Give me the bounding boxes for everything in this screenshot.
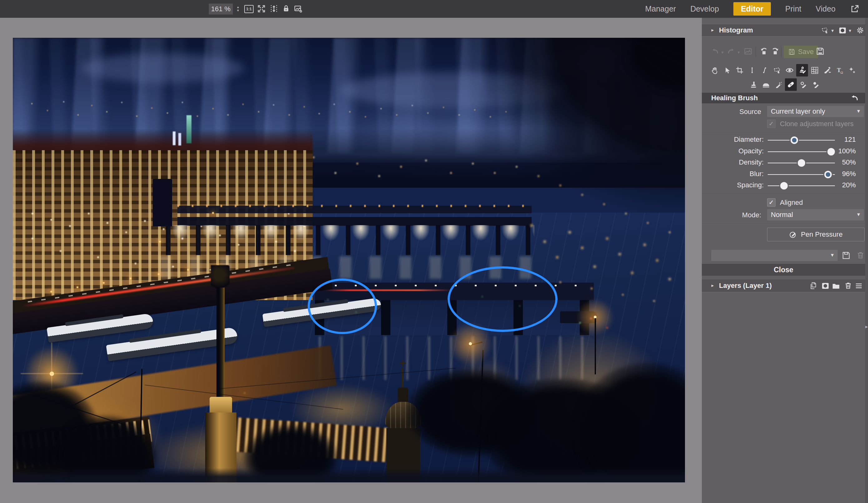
aligned-label: Aligned	[780, 199, 803, 207]
export-icon[interactable]	[850, 4, 859, 14]
move-tool[interactable]	[721, 64, 733, 76]
dust-removal-brush-tool[interactable]	[773, 78, 784, 91]
redo-icon[interactable]	[727, 47, 736, 56]
diameter-slider[interactable]	[768, 135, 835, 146]
density-slider[interactable]	[768, 157, 835, 169]
effect-brush-tool[interactable]	[810, 78, 822, 91]
layer-mask-icon[interactable]	[822, 282, 829, 290]
tab-develop[interactable]: Develop	[690, 4, 719, 13]
divider	[702, 193, 865, 194]
photo-statue-angel	[211, 265, 229, 290]
zoom-spinner[interactable]: ▲▼	[234, 3, 242, 14]
tab-editor[interactable]: Editor	[733, 2, 771, 15]
mask-overlay-icon[interactable]	[839, 27, 846, 34]
zoom-level-input[interactable]: 161 %	[209, 3, 233, 15]
blur-slider[interactable]	[768, 169, 835, 180]
opacity-slider[interactable]	[768, 146, 835, 157]
effects-tool[interactable]	[846, 64, 858, 76]
tools-row-primary: TΩ	[709, 64, 858, 76]
edit-actions-row: ▼ ▼ Save	[702, 43, 865, 61]
text-tool[interactable]: TΩ	[834, 64, 846, 76]
tab-video[interactable]: Video	[816, 4, 836, 13]
straighten-tool[interactable]	[746, 64, 758, 76]
tab-print[interactable]: Print	[785, 4, 801, 13]
pan-tool[interactable]	[709, 64, 721, 76]
mode-select[interactable]: Normal ▼	[767, 209, 864, 220]
checkbox-checked-icon: ✓	[767, 198, 776, 207]
save-as-icon[interactable]	[816, 46, 825, 56]
quick-edits-icon[interactable]	[293, 4, 303, 13]
save-preset-icon[interactable]	[841, 251, 851, 260]
photo-bridge-tower	[153, 179, 172, 226]
retouch-tool[interactable]	[796, 64, 808, 76]
tab-manager[interactable]: Manager	[645, 4, 676, 13]
new-group-icon[interactable]	[832, 282, 840, 290]
clone-adjustment-checkbox[interactable]: ✓ Clone adjustment layers	[767, 119, 854, 128]
mode-label: Mode:	[702, 211, 761, 219]
annotation-ellipse-right	[447, 266, 558, 332]
photo-charles-bridge-deck	[177, 217, 531, 226]
rotate-right-icon[interactable]	[771, 46, 780, 56]
diameter-slider-thumb[interactable]	[790, 136, 798, 144]
mask-overlay-dropdown-icon[interactable]: ▼	[848, 29, 852, 33]
spacing-slider[interactable]	[768, 180, 835, 191]
healing-brush-tool[interactable]	[785, 78, 797, 91]
photo-right-bank-lights	[13, 38, 13, 39]
close-button[interactable]: Close	[702, 264, 865, 276]
density-slider-thumb[interactable]	[798, 159, 805, 167]
photo-cloud	[82, 53, 244, 83]
panel-collapse-handle[interactable]: ►	[865, 324, 868, 329]
redo-dropdown-icon[interactable]: ▼	[737, 50, 741, 55]
selection-tool[interactable]	[771, 64, 783, 76]
reset-icon[interactable]	[850, 94, 859, 102]
photo-white-tower	[173, 132, 176, 145]
collapse-arrow-icon[interactable]: ►	[711, 28, 715, 32]
clone-adjustment-label: Clone adjustment layers	[780, 120, 854, 128]
fit-width-icon[interactable]	[269, 4, 279, 13]
spacing-slider-thumb[interactable]	[780, 182, 788, 189]
photo-canvas[interactable]	[13, 38, 685, 482]
compare-image-icon[interactable]	[744, 47, 752, 56]
aligned-checkbox[interactable]: ✓ Aligned	[767, 198, 803, 207]
photo-tower-spire	[402, 368, 404, 389]
settings-gear-icon[interactable]	[856, 26, 864, 34]
layers-section-header[interactable]: ► Layers (Layer 1)	[702, 280, 865, 292]
histogram-section-header[interactable]: ► Histogram ▼ ▼	[702, 24, 865, 36]
delete-layer-icon[interactable]	[844, 281, 852, 290]
rotate-left-icon[interactable]	[759, 46, 769, 56]
perspective-tool[interactable]	[759, 64, 771, 76]
crop-tool[interactable]	[734, 64, 746, 76]
density-label: Density:	[702, 158, 764, 166]
paint-tool[interactable]	[821, 64, 833, 76]
preset-select[interactable]: ▼	[711, 250, 838, 261]
chevron-down-icon: ▼	[856, 212, 861, 217]
undo-dropdown-icon[interactable]: ▼	[721, 50, 724, 55]
fit-to-screen-icon[interactable]	[257, 4, 266, 13]
panel-edge-strip: ►	[865, 18, 868, 503]
tools-row-secondary	[747, 78, 822, 91]
undo-icon[interactable]	[711, 47, 719, 56]
spacing-slider-row: Spacing: 20%	[702, 180, 868, 191]
photo-far-bridge	[177, 206, 531, 213]
source-select[interactable]: Current layer only ▼	[767, 106, 864, 117]
deform-tool[interactable]	[809, 64, 820, 76]
save-button[interactable]: Save	[784, 45, 818, 58]
opacity-label: Opacity:	[702, 147, 764, 155]
photo-charles-bridge-piers	[166, 225, 535, 255]
smoothing-tool[interactable]	[760, 78, 772, 91]
clone-stamp-tool[interactable]	[747, 78, 759, 91]
collapse-arrow-icon[interactable]: ►	[711, 283, 715, 288]
blur-brush-tool[interactable]	[797, 78, 809, 91]
healing-brush-header: Healing Brush	[702, 93, 865, 103]
pen-pressure-button[interactable]: Pen Pressure	[767, 228, 865, 241]
lock-icon[interactable]	[282, 4, 291, 13]
duplicate-layer-icon[interactable]	[809, 282, 817, 290]
delete-preset-icon[interactable]	[856, 251, 865, 260]
actual-size-icon[interactable]: 1:1	[244, 5, 254, 14]
blur-label: Blur:	[702, 170, 764, 178]
selection-display-icon[interactable]	[821, 26, 829, 34]
diameter-label: Diameter:	[702, 136, 764, 144]
layers-menu-icon[interactable]	[855, 282, 863, 290]
red-eye-tool[interactable]	[784, 64, 796, 76]
selection-display-dropdown-icon[interactable]: ▼	[830, 29, 835, 33]
